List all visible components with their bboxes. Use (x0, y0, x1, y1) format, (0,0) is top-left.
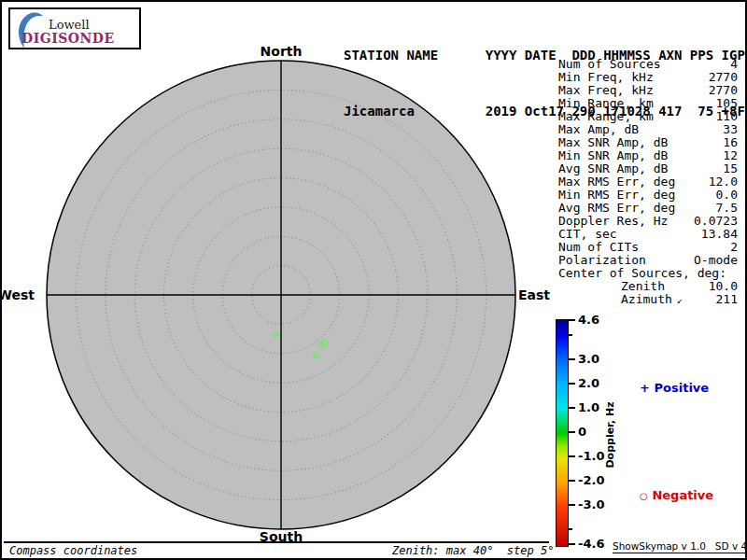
stat-value: 2770 (709, 71, 738, 84)
stat-row: Max Freq, kHz 2770 (558, 84, 738, 97)
negative-symbol-icon: ○ (640, 491, 648, 501)
stat-value: 15 (723, 162, 738, 175)
positive-symbol-icon: + (640, 381, 650, 395)
stat-value: 105 (716, 97, 738, 110)
stat-label: Min SNR Amp, dB (558, 149, 668, 162)
stat-label: Avg RMS Err, deg (558, 202, 675, 215)
stat-row: Max SNR Amp, dB 16 (558, 136, 738, 149)
stat-value: 211 (716, 293, 738, 306)
logo-lowell-text: Lowell (49, 18, 90, 32)
stat-label: Avg SNR Amp, dB (558, 162, 668, 175)
stat-label: Max RMS Err, deg (558, 175, 675, 189)
stat-label: Max SNR Amp, dB (558, 136, 668, 149)
stat-label: Min Freq, kHz (558, 71, 654, 84)
stat-row: Min RMS Err, deg 0.0 (558, 189, 738, 202)
stat-label: Min RMS Err, deg (558, 189, 675, 202)
doppler-axis-title: Doppler, Hz (604, 401, 616, 468)
legend-positive: + Positive (623, 367, 709, 409)
azimuth-direction-icon: ↙ (677, 295, 683, 305)
stat-value: 13.84 (701, 228, 738, 241)
stat-label: Min Range, km (558, 97, 654, 110)
stat-row: Min Range, km 105 (558, 97, 738, 110)
stat-row: Num of Sources 4 (558, 58, 738, 71)
stat-label: Max Amp, dB (558, 123, 639, 136)
stat-value: 10.0 (709, 280, 738, 293)
zenith-range-label: Zenith: max 40° step 5° (392, 544, 554, 557)
stat-row: Max Amp, dB 33 (558, 123, 738, 136)
version-label: ShowSkymap v 1.0 SD v 4.2 (613, 540, 747, 553)
stat-row: Avg SNR Amp, dB 15 (558, 162, 738, 175)
stat-row: Doppler Res, Hz 0.0723 (558, 215, 738, 228)
stat-value: 2770 (709, 84, 738, 97)
east-label: East (518, 287, 550, 302)
digisonde-logo: Lowell DIGISONDE (8, 7, 141, 49)
stat-label: Center of Sources, deg: (558, 267, 726, 280)
legend-negative-label: Negative (652, 488, 713, 502)
stat-label: Num of CITs (558, 241, 639, 254)
stat-label: Num of Sources (558, 58, 661, 71)
stat-row: Polarization O-mode (558, 254, 738, 267)
stat-label: Polarization (558, 254, 646, 267)
stat-label: Doppler Res, Hz (558, 215, 668, 228)
stat-row: Max RMS Err, deg 12.0 (558, 175, 738, 189)
stat-label: Zenith (621, 280, 665, 293)
stat-value: 12 (723, 149, 738, 162)
stat-row-azimuth: Azimuth↙ 211 (558, 293, 738, 306)
stat-value: 0.0723 (694, 215, 738, 228)
stat-value: 12.0 (709, 175, 738, 189)
west-label: West (0, 287, 35, 302)
stat-label: CIT, sec (558, 228, 617, 241)
stat-label: Max Freq, kHz (558, 84, 654, 97)
logo-digisonde-text: DIGISONDE (21, 31, 115, 46)
doppler-colorbar (556, 319, 569, 547)
stat-value: 110 (716, 110, 738, 123)
stat-value: 0.0 (716, 189, 738, 202)
north-label: North (261, 44, 303, 59)
stat-label: Max Range, km (558, 110, 654, 123)
stat-value: 4 (730, 58, 738, 71)
legend-negative: ○ Negative (623, 474, 713, 516)
stat-row: Num of CITs 2 (558, 241, 738, 254)
stat-row: CIT, sec 13.84 (558, 228, 738, 241)
stat-row: Max Range, km 110 (558, 110, 738, 123)
stats-rows: Num of Sources 4 Min Freq, kHz 2770 Max … (558, 58, 738, 280)
stat-value: 2 (730, 241, 738, 254)
showskymap-window: North South West East Lowell DIGISONDE S… (0, 0, 747, 560)
stat-label: Azimuth (621, 292, 672, 306)
stat-row: Min SNR Amp, dB 12 (558, 149, 738, 162)
legend-positive-label: Positive (655, 381, 710, 395)
stat-value: 16 (723, 136, 738, 149)
footer-divider (4, 541, 549, 543)
stat-row: Min Freq, kHz 2770 (558, 71, 738, 84)
stats-panel: Num of Sources 4 Min Freq, kHz 2770 Max … (558, 58, 738, 306)
stat-value: 7.5 (716, 202, 738, 215)
coordinates-mode-label: Compass coordinates (9, 544, 137, 557)
stat-row: Center of Sources, deg: (558, 267, 738, 280)
stat-row-zenith: Zenith 10.0 (558, 280, 738, 293)
stat-value: 33 (723, 123, 738, 136)
stat-row: Avg RMS Err, deg 7.5 (558, 202, 738, 215)
stat-value: O-mode (694, 254, 738, 267)
